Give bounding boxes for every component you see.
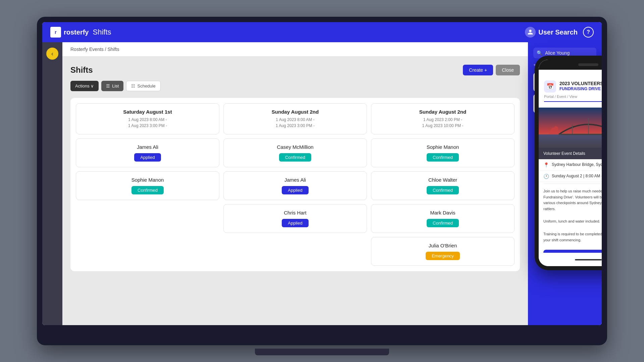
event-description-3: Training is required to be completed onl… <box>539 228 602 246</box>
applied-badge[interactable]: Applied <box>282 219 308 227</box>
event-description-1: Join us to help us raise much needed fun… <box>539 185 602 215</box>
mobile-notch <box>578 63 598 66</box>
laptop-frame: r rosterfy Shifts User Search ? <box>37 17 607 345</box>
sidebar: ‹ <box>42 42 62 325</box>
datetime-row: 🕐 Sunday August 2 | 8:00 AM - 3:00 PM <box>539 171 602 182</box>
event-divider <box>543 183 602 184</box>
event-sub-title: FUNDRAISING DRIVE SYDNEY <box>559 86 602 91</box>
shift-day-1: Saturday August 1st <box>82 109 214 115</box>
confirmed-badge[interactable]: Confirmed <box>427 153 459 162</box>
datetime-text: Sunday August 2 | 8:00 AM - 3:00 PM <box>552 173 602 179</box>
confirmed-badge[interactable]: Confirmed <box>427 219 459 227</box>
volunteer-james-ali-2: James Ali Applied <box>223 171 367 200</box>
nav-left: r rosterfy Shifts <box>50 27 111 38</box>
help-button[interactable]: ? <box>583 27 594 38</box>
schedule-button[interactable]: ☷ Schedule <box>126 81 160 91</box>
event-title-block: 2023 VOLUNTEERS FUNDRAISING DRIVE SYDNEY <box>559 80 602 91</box>
event-main-title: 2023 VOLUNTEERS <box>559 80 602 86</box>
volunteer-name: Chris Hart <box>229 210 361 216</box>
event-header-top: 📅 2023 VOLUNTEERS FUNDRAISING DRIVE SYDN… <box>544 80 602 93</box>
top-nav: r rosterfy Shifts User Search ? <box>42 22 602 42</box>
event-underline <box>544 101 602 102</box>
list-label: List <box>112 83 119 88</box>
event-card: 📅 2023 VOLUNTEERS FUNDRAISING DRIVE SYDN… <box>539 75 602 253</box>
laptop-base <box>255 349 389 355</box>
confirmed-badge[interactable]: Confirmed <box>131 186 164 194</box>
shift-time-3: 1 Aug 2023 2:00 PM - 1 Aug 2023 10:00 PM… <box>377 117 509 129</box>
mobile-screen: 📅 2023 VOLUNTEERS FUNDRAISING DRIVE SYDN… <box>539 60 602 266</box>
volunteer-mark: Mark Davis Confirmed <box>371 204 515 233</box>
user-search-label: User Search <box>538 28 578 36</box>
volunteer-sophie-1: Sophie Manon Confirmed <box>371 138 515 167</box>
mobile-status <box>539 70 602 75</box>
location-row: 📍 Sydney Harbour Bridge, Sydney, Austral… <box>539 159 602 171</box>
shift-time-1: 1 Aug 2023 8:00 AM - 1 Aug 2023 3:00 PM … <box>82 117 214 129</box>
user-search-section: User Search <box>525 27 578 38</box>
mobile-device: 📅 2023 VOLUNTEERS FUNDRAISING DRIVE SYDN… <box>535 56 602 270</box>
right-panel: 🔍 Alice Young + Add filter ⋮ Alice You..… <box>528 42 602 325</box>
search-icon: 🔍 <box>537 50 542 56</box>
list-icon: ☰ <box>106 83 110 88</box>
volunteer-julia: Julia O'Brien Emergency <box>371 237 515 266</box>
volunteer-casey: Casey McMillion Confirmed <box>223 138 367 167</box>
location-text: Sydney Harbour Bridge, Sydney, Australia <box>552 162 602 168</box>
shift-day-2: Sunday August 2nd <box>229 109 361 115</box>
shift-header-2: Sunday August 2nd 1 Aug 2023 8:00 AM - 1… <box>223 103 367 134</box>
volunteer-james-ali-1: James Ali Applied <box>76 138 219 167</box>
shifts-container: Shifts Create + Close Actions ∨ ☰ List <box>62 57 528 279</box>
create-button[interactable]: Create + <box>463 65 493 75</box>
confirmed-badge[interactable]: Confirmed <box>279 153 311 162</box>
applied-badge[interactable]: Applied <box>282 186 308 194</box>
volunteer-name: James Ali <box>82 144 214 150</box>
breadcrumb: Rosterfy Events / Shifts <box>70 47 119 52</box>
logo-text: rosterfy <box>64 28 89 36</box>
logo-icon: r <box>50 27 61 38</box>
event-header-card: 📅 2023 VOLUNTEERS FUNDRAISING DRIVE SYDN… <box>539 75 602 108</box>
schedule-label: Schedule <box>137 83 155 88</box>
search-input[interactable]: Alice Young <box>545 50 570 56</box>
shift-day-3: Sunday August 2nd <box>377 109 509 115</box>
event-image <box>539 108 602 148</box>
shifts-header: Shifts Create + Close <box>70 65 520 75</box>
applied-badge[interactable]: Applied <box>134 153 161 162</box>
back-button[interactable]: ‹ <box>46 48 58 60</box>
event-description-2: Uniform, lunch and water included. <box>539 215 602 228</box>
svg-rect-5 <box>559 134 602 135</box>
volunteer-chloe: Chloe Walter Confirmed <box>371 171 515 200</box>
shift-time-2: 1 Aug 2023 8:00 AM - 1 Aug 2023 3:00 PM … <box>229 117 361 129</box>
volunteer-name: Chloe Walter <box>377 177 509 183</box>
mobile-notch-bar <box>539 60 602 70</box>
breadcrumb-bar: Rosterfy Events / Shifts <box>62 42 528 57</box>
nav-right: User Search ? <box>525 27 594 38</box>
volunteer-name: Mark Davis <box>377 210 509 216</box>
shift-header-3: Sunday August 2nd 1 Aug 2023 2:00 PM - 1… <box>371 103 515 134</box>
list-button[interactable]: ☰ List <box>101 81 123 91</box>
laptop-screen: r rosterfy Shifts User Search ? <box>42 22 602 325</box>
clock-icon: 🕐 <box>543 174 549 179</box>
shifts-grid: Saturday August 1st 1 Aug 2023 8:00 AM -… <box>70 98 520 271</box>
confirmed-badge[interactable]: Confirmed <box>427 186 459 194</box>
volunteer-name: Casey McMillion <box>229 144 361 150</box>
home-indicator[interactable] <box>575 259 602 260</box>
toolbar: Actions ∨ ☰ List ☷ Schedule <box>70 81 520 91</box>
mobile-bottom-bar <box>539 253 602 266</box>
nav-title: Shifts <box>93 28 111 37</box>
header-buttons: Create + Close <box>463 65 520 75</box>
emergency-badge[interactable]: Emergency <box>426 252 460 260</box>
volunteer-event-details-header: Volunteer Event Details <box>539 148 602 159</box>
actions-button[interactable]: Actions ∨ <box>70 81 99 91</box>
user-icon <box>525 27 536 38</box>
shift-header-1: Saturday August 1st 1 Aug 2023 8:00 AM -… <box>76 103 219 134</box>
calendar-icon: 📅 <box>544 80 556 93</box>
volunteer-name: Julia O'Brien <box>377 243 509 248</box>
logo: r rosterfy <box>50 27 89 38</box>
volunteer-name: Sophie Manon <box>377 144 509 150</box>
close-button[interactable]: Close <box>496 65 520 75</box>
volunteer-sophie-2: Sophie Manon Confirmed <box>76 171 219 200</box>
shifts-title: Shifts <box>70 65 93 75</box>
volunteer-chris: Chris Hart Applied <box>223 204 367 233</box>
schedule-icon: ☷ <box>131 83 135 88</box>
apply-shift-button[interactable]: Apply for this shift <box>543 250 602 253</box>
content-panel: Rosterfy Events / Shifts Shifts Create +… <box>62 42 528 325</box>
location-icon: 📍 <box>543 162 549 168</box>
